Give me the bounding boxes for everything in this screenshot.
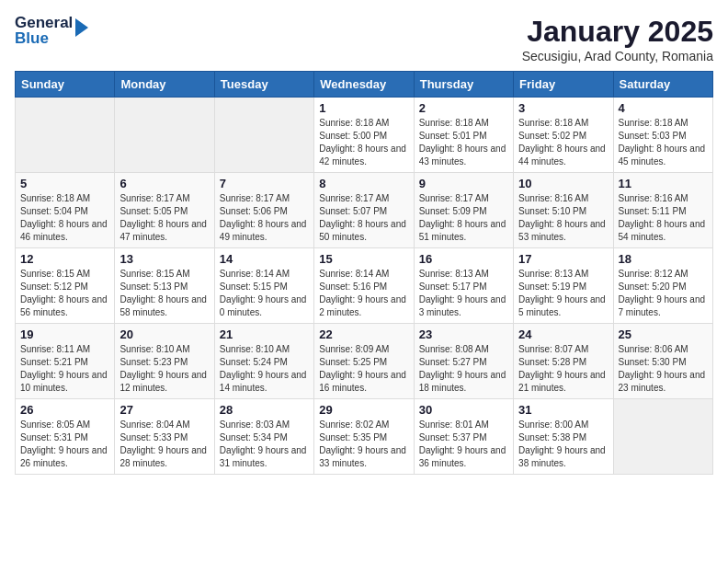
day-info: Sunrise: 8:17 AM Sunset: 5:09 PM Dayligh…	[419, 192, 508, 244]
calendar-day-cell: 13Sunrise: 8:15 AM Sunset: 5:13 PM Dayli…	[115, 248, 214, 324]
day-number: 16	[419, 252, 508, 266]
calendar-day-cell: 27Sunrise: 8:04 AM Sunset: 5:33 PM Dayli…	[115, 399, 214, 475]
day-info: Sunrise: 8:18 AM Sunset: 5:00 PM Dayligh…	[319, 117, 408, 168]
day-number: 4	[619, 101, 708, 115]
day-number: 21	[220, 327, 309, 341]
day-info: Sunrise: 8:14 AM Sunset: 5:15 PM Dayligh…	[220, 268, 309, 319]
calendar-empty-cell	[613, 399, 712, 475]
day-number: 10	[518, 177, 608, 190]
calendar-header-tuesday: Tuesday	[214, 72, 313, 98]
day-number: 6	[119, 177, 209, 190]
calendar-day-cell: 23Sunrise: 8:08 AM Sunset: 5:27 PM Dayli…	[414, 324, 513, 399]
day-info: Sunrise: 8:12 AM Sunset: 5:20 PM Dayligh…	[619, 268, 708, 319]
day-info: Sunrise: 8:17 AM Sunset: 5:07 PM Dayligh…	[319, 192, 408, 244]
day-info: Sunrise: 8:18 AM Sunset: 5:02 PM Dayligh…	[518, 117, 608, 168]
day-info: Sunrise: 8:15 AM Sunset: 5:12 PM Dayligh…	[20, 268, 109, 319]
day-number: 13	[119, 252, 209, 266]
day-number: 19	[20, 327, 109, 341]
calendar-empty-cell	[214, 98, 313, 173]
calendar-day-cell: 30Sunrise: 8:01 AM Sunset: 5:37 PM Dayli…	[414, 399, 513, 475]
day-number: 7	[220, 177, 309, 190]
calendar-day-cell: 22Sunrise: 8:09 AM Sunset: 5:25 PM Dayli…	[314, 324, 414, 399]
logo-line1: General	[15, 15, 73, 30]
calendar-header-monday: Monday	[115, 72, 214, 98]
logo-line2: Blue	[15, 30, 73, 46]
calendar-week-row: 19Sunrise: 8:11 AM Sunset: 5:21 PM Dayli…	[16, 324, 713, 399]
day-info: Sunrise: 8:00 AM Sunset: 5:38 PM Dayligh…	[518, 419, 608, 470]
calendar-day-cell: 5Sunrise: 8:18 AM Sunset: 5:04 PM Daylig…	[16, 173, 115, 248]
calendar-day-cell: 2Sunrise: 8:18 AM Sunset: 5:01 PM Daylig…	[414, 98, 513, 173]
day-info: Sunrise: 8:13 AM Sunset: 5:17 PM Dayligh…	[419, 268, 508, 319]
calendar-day-cell: 16Sunrise: 8:13 AM Sunset: 5:17 PM Dayli…	[414, 248, 513, 324]
calendar-header-thursday: Thursday	[414, 72, 513, 98]
calendar-day-cell: 26Sunrise: 8:05 AM Sunset: 5:31 PM Dayli…	[16, 399, 115, 475]
day-number: 23	[419, 327, 508, 341]
day-info: Sunrise: 8:13 AM Sunset: 5:19 PM Dayligh…	[518, 268, 608, 319]
day-info: Sunrise: 8:11 AM Sunset: 5:21 PM Dayligh…	[20, 343, 109, 395]
day-info: Sunrise: 8:03 AM Sunset: 5:34 PM Dayligh…	[220, 419, 309, 470]
calendar-day-cell: 25Sunrise: 8:06 AM Sunset: 5:30 PM Dayli…	[613, 324, 712, 399]
day-number: 20	[119, 327, 209, 341]
day-info: Sunrise: 8:04 AM Sunset: 5:33 PM Dayligh…	[119, 419, 209, 470]
calendar-empty-cell	[115, 98, 214, 173]
day-number: 9	[419, 177, 508, 190]
day-info: Sunrise: 8:01 AM Sunset: 5:37 PM Dayligh…	[419, 419, 508, 470]
calendar-week-row: 1Sunrise: 8:18 AM Sunset: 5:00 PM Daylig…	[16, 98, 713, 173]
calendar-day-cell: 14Sunrise: 8:14 AM Sunset: 5:15 PM Dayli…	[214, 248, 313, 324]
day-number: 18	[619, 252, 708, 266]
day-number: 17	[518, 252, 608, 266]
day-info: Sunrise: 8:18 AM Sunset: 5:01 PM Dayligh…	[419, 117, 508, 168]
day-info: Sunrise: 8:06 AM Sunset: 5:30 PM Dayligh…	[619, 343, 708, 395]
calendar-day-cell: 6Sunrise: 8:17 AM Sunset: 5:05 PM Daylig…	[115, 173, 214, 248]
day-number: 12	[20, 252, 109, 266]
day-number: 28	[220, 403, 309, 417]
day-number: 29	[319, 403, 408, 417]
calendar-day-cell: 20Sunrise: 8:10 AM Sunset: 5:23 PM Dayli…	[115, 324, 214, 399]
logo: General Blue	[15, 15, 88, 46]
day-number: 8	[319, 177, 408, 190]
calendar-week-row: 5Sunrise: 8:18 AM Sunset: 5:04 PM Daylig…	[16, 173, 713, 248]
day-info: Sunrise: 8:08 AM Sunset: 5:27 PM Dayligh…	[419, 343, 508, 395]
calendar-day-cell: 9Sunrise: 8:17 AM Sunset: 5:09 PM Daylig…	[414, 173, 513, 248]
location-subtitle: Secusigiu, Arad County, Romania	[522, 49, 713, 63]
calendar-day-cell: 10Sunrise: 8:16 AM Sunset: 5:10 PM Dayli…	[514, 173, 613, 248]
calendar-week-row: 12Sunrise: 8:15 AM Sunset: 5:12 PM Dayli…	[16, 248, 713, 324]
calendar-week-row: 26Sunrise: 8:05 AM Sunset: 5:31 PM Dayli…	[16, 399, 713, 475]
day-info: Sunrise: 8:05 AM Sunset: 5:31 PM Dayligh…	[20, 419, 109, 470]
calendar-empty-cell	[16, 98, 115, 173]
day-number: 1	[319, 101, 408, 115]
calendar-day-cell: 4Sunrise: 8:18 AM Sunset: 5:03 PM Daylig…	[613, 98, 712, 173]
day-info: Sunrise: 8:10 AM Sunset: 5:24 PM Dayligh…	[220, 343, 309, 395]
calendar-header-saturday: Saturday	[613, 72, 712, 98]
day-number: 15	[319, 252, 408, 266]
day-number: 25	[619, 327, 708, 341]
calendar-header-wednesday: Wednesday	[314, 72, 414, 98]
day-number: 5	[20, 177, 109, 190]
month-title: January 2025	[522, 15, 713, 49]
day-info: Sunrise: 8:15 AM Sunset: 5:13 PM Dayligh…	[119, 268, 209, 319]
calendar-day-cell: 3Sunrise: 8:18 AM Sunset: 5:02 PM Daylig…	[514, 98, 613, 173]
calendar-day-cell: 24Sunrise: 8:07 AM Sunset: 5:28 PM Dayli…	[514, 324, 613, 399]
calendar-header-friday: Friday	[514, 72, 613, 98]
day-info: Sunrise: 8:17 AM Sunset: 5:05 PM Dayligh…	[119, 192, 209, 244]
day-info: Sunrise: 8:18 AM Sunset: 5:04 PM Dayligh…	[20, 192, 109, 244]
day-info: Sunrise: 8:17 AM Sunset: 5:06 PM Dayligh…	[220, 192, 309, 244]
day-info: Sunrise: 8:16 AM Sunset: 5:11 PM Dayligh…	[619, 192, 708, 244]
calendar-day-cell: 19Sunrise: 8:11 AM Sunset: 5:21 PM Dayli…	[16, 324, 115, 399]
calendar-day-cell: 8Sunrise: 8:17 AM Sunset: 5:07 PM Daylig…	[314, 173, 414, 248]
calendar-table: SundayMondayTuesdayWednesdayThursdayFrid…	[15, 71, 713, 475]
calendar-day-cell: 29Sunrise: 8:02 AM Sunset: 5:35 PM Dayli…	[314, 399, 414, 475]
title-block: January 2025 Secusigiu, Arad County, Rom…	[522, 15, 713, 63]
day-number: 11	[619, 177, 708, 190]
day-info: Sunrise: 8:02 AM Sunset: 5:35 PM Dayligh…	[319, 419, 408, 470]
day-number: 24	[518, 327, 608, 341]
day-number: 26	[20, 403, 109, 417]
day-info: Sunrise: 8:18 AM Sunset: 5:03 PM Dayligh…	[619, 117, 708, 168]
calendar-day-cell: 7Sunrise: 8:17 AM Sunset: 5:06 PM Daylig…	[214, 173, 313, 248]
day-number: 30	[419, 403, 508, 417]
day-number: 31	[518, 403, 608, 417]
calendar-day-cell: 12Sunrise: 8:15 AM Sunset: 5:12 PM Dayli…	[16, 248, 115, 324]
day-number: 3	[518, 101, 608, 115]
page-header: General Blue January 2025 Secusigiu, Ara…	[15, 15, 713, 63]
calendar-day-cell: 21Sunrise: 8:10 AM Sunset: 5:24 PM Dayli…	[214, 324, 313, 399]
